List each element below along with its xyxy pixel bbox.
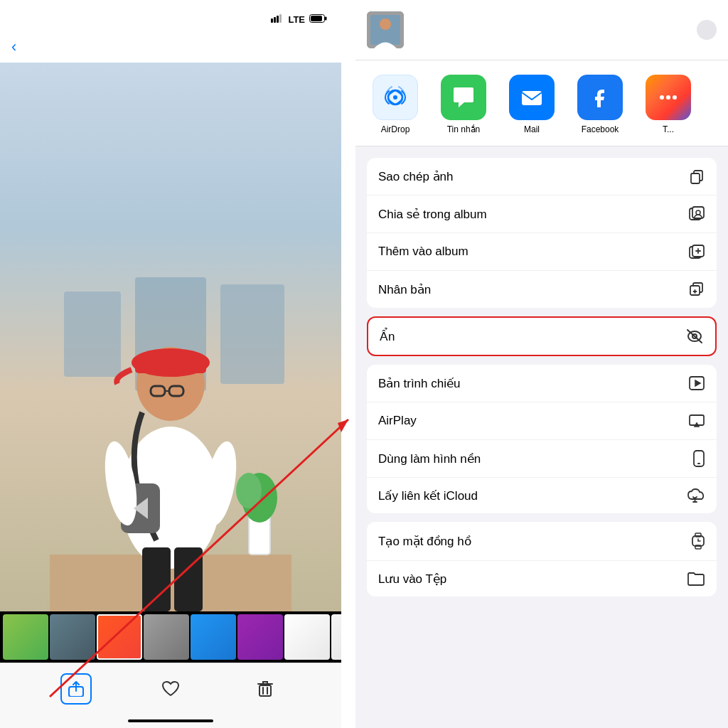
status-bar: LTE [0,0,341,31]
eye-off-icon [685,328,704,345]
watch-icon [691,532,705,550]
bottom-toolbar [0,663,341,714]
action-wallpaper[interactable]: Dùng làm hình nền [367,440,717,478]
photo-main [0,63,341,611]
action-save-files[interactable]: Lưu vào Tệp [367,561,717,596]
action-section-4: Tạo mặt đồng hồ Lưu vào Tệp [367,522,717,596]
phone-icon [692,450,705,467]
action-add-album[interactable]: Thêm vào album [367,233,717,271]
action-section-3: Bản trình chiếu AirPlay Dùng làm hình nề… [367,365,717,513]
action-share-album[interactable]: Chia sẻ trong album [367,196,717,233]
svg-point-36 [660,95,664,100]
thumbnail-8[interactable] [331,614,341,660]
save-files-label: Lưu vào Tệp [378,572,446,587]
home-bar [128,719,213,722]
messages-icon-bg [441,75,486,120]
copy-photo-label: Sao chép ảnh [378,169,453,184]
svg-point-38 [673,95,677,100]
play-icon [688,375,705,392]
add-album-icon [688,243,705,260]
thumbnail-5[interactable] [191,614,236,660]
mail-icon [518,84,545,111]
action-icloud-link[interactable]: Lấy liên kết iCloud [367,478,717,513]
heart-icon [161,680,180,697]
share-header [355,0,728,60]
thumbnail-6[interactable] [237,614,283,660]
back-button[interactable]: ‹ [11,38,16,56]
more-icon-bg [646,75,691,120]
svg-rect-40 [691,173,700,183]
share-close-button[interactable] [697,20,717,40]
status-icons: LTE [271,14,327,25]
thumbnail-3-selected[interactable] [97,614,142,660]
airdrop-icon [382,84,409,111]
wallpaper-label: Dùng làm hình nền [378,451,481,466]
app-icon-mail[interactable]: Mail [503,75,560,134]
back-icon: ‹ [11,38,16,56]
more-label: T... [663,124,674,134]
add-album-label: Thêm vào album [378,245,469,259]
svg-rect-7 [64,291,121,377]
messages-label: Tin nhắn [447,124,481,134]
svg-rect-20 [174,547,203,611]
app-icon-facebook[interactable]: Facebook [572,75,628,134]
duplicate-label: Nhân bản [378,282,431,297]
svg-rect-15 [135,355,206,373]
action-hide[interactable]: Ẩn [368,318,715,355]
svg-rect-63 [695,533,701,537]
airdrop-icon-bg [373,75,418,120]
messages-icon [450,84,477,111]
svg-rect-5 [325,16,327,20]
thumbnail-4[interactable] [144,614,189,660]
svg-point-32 [380,18,391,30]
icloud-link-label: Lấy liên kết iCloud [378,488,478,503]
svg-rect-27 [259,685,271,696]
action-copy-photo[interactable]: Sao chép ảnh [367,158,717,196]
action-slideshow[interactable]: Bản trình chiếu [367,365,717,402]
facebook-icon-bg [577,75,623,120]
home-indicator [0,714,341,728]
action-section-1: Sao chép ảnh Chia sẻ trong album Thêm và… [367,158,717,308]
facebook-label: Facebook [582,124,619,134]
photo-figure [0,63,341,611]
action-duplicate[interactable]: Nhân bản [367,271,717,308]
share-album-label: Chia sẻ trong album [378,207,487,222]
svg-rect-6 [311,16,322,21]
trash-icon [257,680,273,697]
svg-rect-9 [220,284,284,384]
mail-icon-bg [509,75,555,120]
copy-icon [688,168,705,185]
action-airplay[interactable]: AirPlay [367,402,717,440]
app-icon-more[interactable]: T... [640,75,697,134]
delete-button[interactable] [250,673,281,705]
watch-face-label: Tạo mặt đồng hồ [378,534,471,549]
slideshow-label: Bản trình chiếu [378,376,460,391]
hide-label: Ẩn [380,329,395,344]
app-icons-row: AirDrop Tin nhắn Mail [355,60,728,146]
svg-rect-35 [522,91,542,105]
svg-rect-2 [277,16,279,23]
airplay-icon [688,412,705,429]
thumbnail-1[interactable] [3,614,48,660]
more-icon [655,84,682,111]
heart-button[interactable] [155,673,186,705]
share-button[interactable] [60,673,92,705]
mail-label: Mail [524,124,540,134]
signal-icon [271,14,284,25]
airdrop-label: AirDrop [381,124,410,134]
app-icon-messages[interactable]: Tin nhắn [435,75,492,134]
photo-person-svg [50,270,291,611]
thumbnail-7[interactable] [284,614,330,660]
app-icon-airdrop[interactable]: AirDrop [367,75,424,134]
svg-marker-58 [695,423,699,427]
thumbnail-strip [0,611,341,663]
thumbnail-2[interactable] [50,614,95,660]
svg-point-37 [666,95,670,100]
share-album-icon [688,205,705,223]
action-section-2: Ẩn [367,316,717,356]
nav-bar: ‹ [0,31,341,63]
share-sheet: AirDrop Tin nhắn Mail [355,0,728,728]
cloud-link-icon [687,488,705,503]
action-watch-face[interactable]: Tạo mặt đồng hồ [367,522,717,561]
folder-icon [687,571,705,587]
